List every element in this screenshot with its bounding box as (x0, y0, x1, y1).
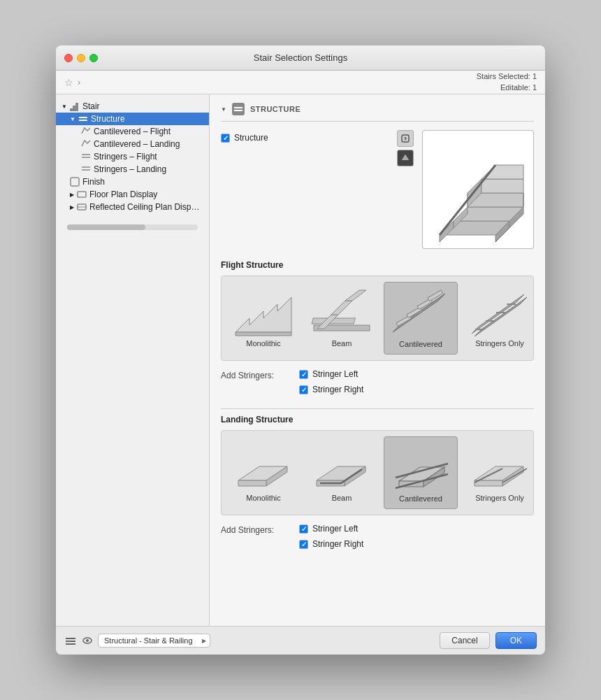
svg-rect-14 (234, 110, 242, 111)
section-icon (232, 103, 245, 115)
landing-stringer-left-checkbox[interactable] (299, 524, 308, 534)
stair-icon (70, 101, 80, 111)
sidebar-item-finish[interactable]: Finish (56, 176, 209, 188)
section-title-text: STRUCTURE (250, 105, 300, 113)
editable-label: Editable: 1 (477, 83, 537, 93)
finish-icon (70, 177, 80, 187)
svg-marker-42 (475, 297, 527, 336)
landing-option-stringers-only[interactable]: Stringers Only (463, 436, 536, 509)
bottom-bar-left: Structural - Stair & Railing ▶ (64, 634, 434, 648)
window: Stair Selection Settings ☆ › Stairs Sele… (56, 45, 545, 655)
sidebar-item-stringers-flight[interactable]: Stringers – Flight (56, 150, 209, 163)
cantilever-landing-icon (81, 139, 91, 149)
flight-stringer-checks: Stringer Left Stringer Right (299, 369, 363, 397)
expand-triangle: ▼ (61, 103, 67, 110)
maximize-button[interactable] (89, 54, 98, 62)
landing-structure-title: Landing Structure (221, 415, 534, 424)
cancel-button[interactable]: Cancel (440, 632, 489, 649)
landing-option-monolithic[interactable]: Monolithic (227, 436, 300, 509)
flight-mono-label: Monolithic (246, 339, 281, 348)
structure-row: Structure (221, 130, 534, 249)
panel: ▼ STRUCTURE Structure (210, 94, 545, 626)
sidebar-item-cantilevered-flight[interactable]: Cantilevered – Flight (56, 125, 209, 138)
flight-option-stringers-only[interactable]: Stringers Only (463, 282, 536, 355)
expand-floorplan: ▶ (70, 192, 74, 198)
svg-marker-35 (345, 290, 366, 301)
landing-option-grid: Monolithic Beam (221, 430, 534, 515)
svg-marker-29 (236, 297, 291, 332)
flight-cantilever-label: Cantilevered (399, 340, 442, 348)
flight-stringer-right-label: Stringer Right (312, 385, 363, 394)
landing-stringer-right-label: Stringer Right (312, 539, 363, 549)
svg-rect-13 (234, 107, 242, 108)
landing-stringer-right-row: Stringer Right (299, 539, 363, 549)
flight-add-stringers-label: Add Stringers: (221, 369, 291, 380)
flight-add-stringers: Add Stringers: Stringer Left Stringer Ri… (221, 369, 534, 397)
main-content: ▼ Stair ▼ Structure Cantilevered – Fligh… (56, 94, 545, 626)
flight-stringer-left-checkbox[interactable] (299, 370, 308, 379)
flight-option-grid: Monolithic Beam (221, 276, 534, 361)
sidebar-item-structure[interactable]: ▼ Structure (56, 113, 209, 125)
flight-structure-title: Flight Structure (221, 260, 534, 270)
svg-rect-65 (66, 638, 75, 639)
structure-checkbox-label: Structure (234, 133, 268, 143)
landing-stringer-left-label: Stringer Left (312, 524, 358, 534)
flight-stringer-right-row: Stringer Right (299, 385, 363, 394)
sidebar-item-stair[interactable]: ▼ Stair (56, 100, 209, 113)
structure-checkbox[interactable] (221, 134, 230, 143)
ok-button[interactable]: OK (495, 632, 537, 649)
svg-rect-40 (428, 290, 443, 301)
svg-marker-26 (481, 165, 523, 179)
preview-icon-bottom[interactable] (397, 150, 414, 166)
flight-stringer-right-checkbox[interactable] (299, 385, 308, 394)
svg-rect-1 (73, 106, 75, 111)
svg-marker-49 (238, 480, 266, 486)
sidebar-reflected-label: Reflected Ceiling Plan Disp… (89, 202, 199, 212)
stairs-selected-label: Stairs Selected: 1 (477, 71, 537, 82)
section-triangle: ▼ (221, 106, 226, 113)
landing-option-cantilevered[interactable]: Cantilevered (384, 436, 458, 509)
favorite-icon[interactable]: ☆ (64, 77, 73, 88)
stringer-landing-icon (81, 164, 91, 174)
cantilever-flight-icon (81, 127, 91, 136)
nav-forward-icon[interactable]: › (78, 78, 80, 87)
flight-stringer-left-label: Stringer Left (312, 369, 358, 379)
traffic-lights (64, 54, 98, 62)
landing-mono-label: Monolithic (246, 494, 281, 502)
flight-option-cantilevered[interactable]: Cantilevered (384, 282, 458, 355)
stringer-flight-icon (81, 152, 91, 162)
sidebar: ▼ Stair ▼ Structure Cantilevered – Fligh… (56, 94, 210, 626)
sidebar-scrollbar[interactable] (67, 224, 198, 230)
svg-rect-9 (71, 178, 79, 186)
sidebar-cantflight-label: Cantilevered – Flight (94, 127, 171, 136)
landing-stringer-left-row: Stringer Left (299, 524, 363, 534)
landing-option-beam[interactable]: Beam (305, 436, 378, 509)
sidebar-item-stringers-landing[interactable]: Stringers – Landing (56, 163, 209, 176)
structure-icon (78, 114, 88, 124)
svg-rect-66 (66, 641, 75, 642)
section-header: ▼ STRUCTURE (221, 103, 534, 122)
svg-marker-34 (331, 301, 352, 315)
flight-option-monolithic[interactable]: Monolithic (227, 282, 300, 355)
dropdown-wrap: Structural - Stair & Railing ▶ (98, 634, 210, 648)
sidebar-item-floor-plan[interactable]: ▶ Floor Plan Display (56, 188, 209, 201)
flight-stringers-only-label: Stringers Only (475, 339, 524, 348)
divider (221, 408, 534, 409)
sidebar-stair-label: Stair (82, 101, 100, 111)
toolbar-left: ☆ › (64, 77, 80, 88)
minimize-button[interactable] (77, 54, 85, 62)
sidebar-item-reflected[interactable]: ▶ Reflected Ceiling Plan Disp… (56, 201, 209, 213)
sidebar-item-cantilevered-landing[interactable]: Cantilevered – Landing (56, 138, 209, 150)
svg-marker-62 (475, 480, 502, 486)
landing-add-stringers: Add Stringers: Stringer Left Stringer Ri… (221, 524, 534, 552)
layer-dropdown[interactable]: Structural - Stair & Railing (98, 634, 210, 648)
landing-add-stringers-label: Add Stringers: (221, 524, 291, 535)
sidebar-stringflight-label: Stringers – Flight (94, 152, 157, 162)
svg-rect-0 (70, 108, 73, 111)
landing-stringer-checks: Stringer Left Stringer Right (299, 524, 363, 552)
close-button[interactable] (64, 54, 73, 62)
preview-icon-top[interactable] (397, 130, 414, 147)
window-title: Stair Selection Settings (254, 52, 347, 63)
landing-stringer-right-checkbox[interactable] (299, 540, 308, 549)
flight-option-beam[interactable]: Beam (305, 282, 378, 355)
